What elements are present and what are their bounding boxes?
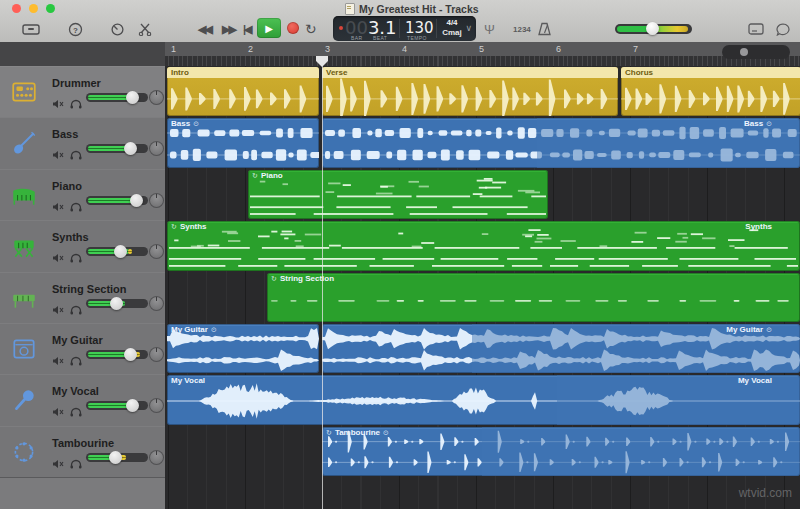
volume-knob[interactable] xyxy=(109,451,122,464)
lane-my-guitar[interactable]: My Guitar⊙ My Guitar⊙ xyxy=(165,323,800,375)
master-volume-knob[interactable] xyxy=(646,22,659,35)
pan-knob[interactable] xyxy=(149,244,164,259)
pan-knob[interactable] xyxy=(149,90,164,105)
editors-scissors-button[interactable] xyxy=(138,19,152,39)
volume-slider[interactable] xyxy=(86,401,148,410)
lane-synths[interactable]: ↻Synths Synths xyxy=(165,220,800,273)
volume-slider[interactable] xyxy=(86,350,148,359)
region-drummer-chorus[interactable]: Chorus xyxy=(621,67,800,116)
zoom-window-button[interactable] xyxy=(46,4,55,13)
track-header-piano[interactable]: Piano xyxy=(0,169,165,221)
solo-button[interactable] xyxy=(70,455,84,466)
metronome-button[interactable] xyxy=(538,19,551,39)
forward-button[interactable]: ▶▶ xyxy=(222,19,235,39)
volume-slider[interactable] xyxy=(86,247,148,256)
region-my-vocal[interactable]: My Vocal My Vocal xyxy=(167,375,800,425)
lane-piano[interactable]: ↻Piano xyxy=(165,169,800,221)
solo-button[interactable] xyxy=(70,301,84,312)
solo-button[interactable] xyxy=(70,198,84,209)
playhead[interactable] xyxy=(322,56,323,509)
region-my-guitar-1[interactable]: My Guitar⊙ xyxy=(167,324,319,373)
solo-button[interactable] xyxy=(70,146,84,157)
lane-drummer[interactable]: Intro Verse Chorus xyxy=(165,66,800,118)
mute-button[interactable] xyxy=(52,301,66,312)
lane-tambourine[interactable]: ↻Tambourine⊙ xyxy=(165,426,800,478)
mute-button[interactable] xyxy=(52,198,66,209)
pan-knob[interactable] xyxy=(149,193,164,208)
track-header-drummer[interactable]: Drummer xyxy=(0,66,165,118)
volume-knob[interactable] xyxy=(114,245,127,258)
volume-slider[interactable] xyxy=(86,93,148,102)
track-header-my-vocal[interactable]: My Vocal xyxy=(0,374,165,427)
track-name[interactable]: Synths xyxy=(52,231,89,243)
master-volume-slider[interactable] xyxy=(615,24,692,34)
region-bass-2[interactable]: Bass⊙ xyxy=(322,118,800,168)
library-button[interactable] xyxy=(22,19,40,39)
mute-button[interactable] xyxy=(52,352,66,363)
volume-slider[interactable] xyxy=(86,453,148,462)
horizontal-zoom-slider[interactable] xyxy=(722,45,790,59)
tuning-fork-icon[interactable]: Ψ xyxy=(484,19,495,39)
rewind-button[interactable]: ◀◀ xyxy=(198,19,211,39)
volume-knob[interactable] xyxy=(110,297,123,310)
go-to-beginning-button[interactable]: |◀ xyxy=(243,19,251,39)
track-name[interactable]: String Section xyxy=(52,283,127,295)
region-synths[interactable]: ↻Synths Synths xyxy=(167,221,800,271)
volume-knob[interactable] xyxy=(124,348,137,361)
region-drummer-verse[interactable]: Verse xyxy=(322,67,618,116)
record-button[interactable] xyxy=(287,22,299,34)
lane-my-vocal[interactable]: My Vocal My Vocal xyxy=(165,374,800,427)
track-header-synths[interactable]: Synths xyxy=(0,220,165,273)
zoom-slider-knob[interactable] xyxy=(740,48,748,56)
track-header-bass[interactable]: Bass xyxy=(0,117,165,170)
track-name[interactable]: My Guitar xyxy=(52,334,103,346)
mute-button[interactable] xyxy=(52,403,66,414)
region-bass-1[interactable]: Bass⊙ xyxy=(167,118,319,168)
volume-slider[interactable] xyxy=(86,196,148,205)
time-signature[interactable]: 4/4 xyxy=(439,18,465,27)
track-header-my-guitar[interactable]: My Guitar xyxy=(0,323,165,375)
close-window-button[interactable] xyxy=(12,4,21,13)
region-piano[interactable]: ↻Piano xyxy=(248,170,548,219)
quick-help-button[interactable]: ? xyxy=(68,19,83,39)
lane-string-section[interactable]: ↻String Section xyxy=(165,272,800,324)
volume-slider[interactable] xyxy=(86,299,148,308)
lane-empty[interactable] xyxy=(165,477,800,509)
pan-knob[interactable] xyxy=(149,296,164,311)
track-name[interactable]: Drummer xyxy=(52,77,101,89)
region-string-section[interactable]: ↻String Section xyxy=(267,273,800,322)
track-name[interactable]: Piano xyxy=(52,180,82,192)
solo-button[interactable] xyxy=(70,95,84,106)
mute-button[interactable] xyxy=(52,146,66,157)
smart-controls-button[interactable] xyxy=(110,19,125,39)
solo-button[interactable] xyxy=(70,352,84,363)
volume-knob[interactable] xyxy=(126,399,139,412)
cycle-button[interactable]: ↻ xyxy=(305,19,317,39)
region-tambourine[interactable]: ↻Tambourine⊙ xyxy=(322,427,800,476)
pan-knob[interactable] xyxy=(149,347,164,362)
solo-button[interactable] xyxy=(70,249,84,260)
pan-knob[interactable] xyxy=(149,450,164,465)
lcd-display[interactable]: 003.1 BAR BEAT 130 TEMPO 4/4 Cmaj ∨ xyxy=(333,16,476,41)
mute-button[interactable] xyxy=(52,455,66,466)
region-my-guitar-2[interactable]: My Guitar⊙ xyxy=(322,324,800,373)
track-name[interactable]: My Vocal xyxy=(52,385,99,397)
lcd-chevron-icon[interactable]: ∨ xyxy=(465,23,472,33)
track-header-string-section[interactable]: String Section xyxy=(0,272,165,324)
lane-bass[interactable]: Bass⊙ Bass⊙ xyxy=(165,117,800,170)
count-in-button[interactable]: 1234 xyxy=(513,19,531,39)
key-signature[interactable]: Cmaj xyxy=(439,28,465,37)
volume-knob[interactable] xyxy=(130,194,143,207)
solo-button[interactable] xyxy=(70,403,84,414)
minimize-window-button[interactable] xyxy=(29,4,38,13)
mute-button[interactable] xyxy=(52,95,66,106)
timeline-ruler[interactable]: 1 2 3 4 5 6 7 xyxy=(165,42,800,67)
track-header-tambourine[interactable]: Tambourine xyxy=(0,426,165,478)
volume-slider[interactable] xyxy=(86,144,148,153)
pan-knob[interactable] xyxy=(149,398,164,413)
chat-feedback-button[interactable] xyxy=(776,19,790,39)
pan-knob[interactable] xyxy=(149,141,164,156)
display-mode-button[interactable] xyxy=(748,19,764,39)
track-name[interactable]: Bass xyxy=(52,128,78,140)
mute-button[interactable] xyxy=(52,249,66,260)
